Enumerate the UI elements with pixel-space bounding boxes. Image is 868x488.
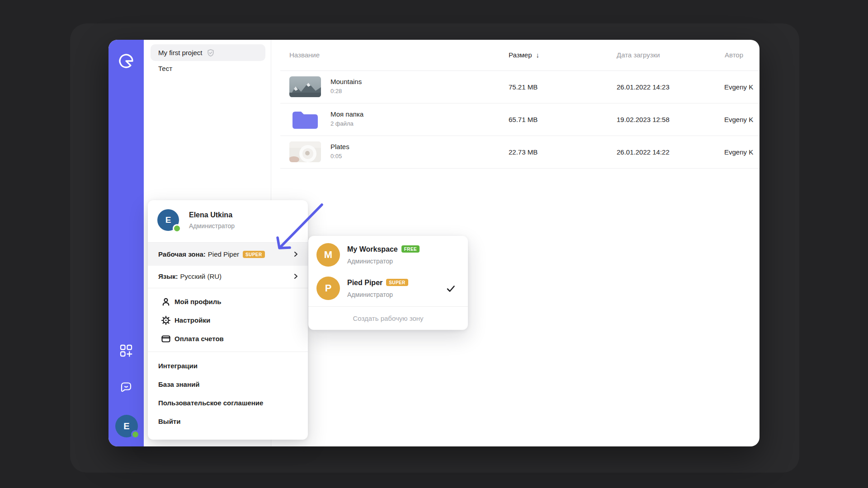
workspace-avatar-initial: P: [325, 282, 332, 294]
free-badge: FREE: [401, 245, 420, 253]
sidebar-item-test-project[interactable]: Тест: [158, 65, 172, 72]
file-duration: 0:05: [330, 153, 349, 160]
workspace-item-my-workspace[interactable]: M My WorkspaceFREE Администратор: [308, 241, 468, 272]
file-name: Mountains: [330, 78, 362, 85]
menu-item-label: Оплата счетов: [175, 335, 224, 343]
menu-item-integrations[interactable]: Интеграции: [158, 362, 198, 370]
file-size: 22.73 MB: [509, 148, 538, 156]
file-size: 65.71 MB: [509, 116, 538, 123]
menu-divider: [148, 288, 308, 288]
file-author: Evgeny K: [724, 148, 753, 156]
menu-item-label: Мой профиль: [175, 298, 222, 305]
menu-item-user-agreement[interactable]: Пользовательское соглашение: [158, 399, 263, 407]
super-badge: SUPER: [243, 251, 264, 258]
upload-date: 26.01.2022 14:22: [617, 148, 670, 156]
workspace-role: Администратор: [347, 291, 393, 298]
user-avatar-initial: E: [123, 421, 129, 432]
column-header-size[interactable]: Размер ↓: [509, 51, 539, 59]
app-screen: E My first project Тест Название Размер …: [0, 0, 868, 488]
video-thumbnail-plates: [289, 141, 321, 162]
column-header-name[interactable]: Название: [289, 51, 320, 59]
nav-rail: E: [108, 40, 144, 446]
upload-date: 19.02.2023 12:58: [617, 116, 670, 123]
menu-item-language[interactable]: Язык: Русский (RU): [148, 266, 308, 286]
create-workspace-button[interactable]: Создать рабочую зону: [308, 307, 468, 330]
workspace-item-pied-piper[interactable]: P Pied PiperSUPER Администратор: [308, 275, 468, 305]
folder-icon: [289, 109, 321, 130]
menu-item-logout[interactable]: Выйти: [158, 418, 180, 425]
sidebar-item-my-first-project[interactable]: My first project: [151, 44, 265, 61]
apps-plus-icon: [120, 344, 132, 357]
table-row-plates[interactable]: Plates 0:05 22.73 MB 26.01.2022 14:22 Ev…: [280, 136, 760, 169]
workspace-name: Pied PiperSUPER: [347, 279, 408, 287]
online-status-dot: [131, 430, 140, 439]
table-row-folder[interactable]: Моя папка 2 файла 65.71 MB 19.02.2023 12…: [280, 103, 760, 136]
workspace-avatar-initial: M: [324, 249, 332, 261]
language-value: Русский (RU): [180, 272, 222, 280]
file-name-cell: Mountains 0:28: [330, 78, 362, 94]
file-name: Plates: [330, 143, 349, 150]
workspace-name: My WorkspaceFREE: [347, 245, 420, 253]
workspace-avatar: M: [316, 243, 340, 267]
super-badge: SUPER: [386, 279, 408, 286]
column-header-date[interactable]: Дата загрузки: [617, 51, 660, 59]
upload-date: 26.01.2022 14:23: [617, 83, 670, 91]
table-row-mountains[interactable]: Mountains 0:28 75.21 MB 26.01.2022 14:23…: [280, 71, 760, 103]
gear-icon: [161, 316, 170, 325]
folder-file-count: 2 файла: [330, 120, 363, 127]
menu-avatar-initial: E: [165, 215, 171, 225]
workspace-value: Pied Piper: [208, 250, 239, 258]
sort-descending-icon: ↓: [536, 51, 540, 59]
workspace-name-label: My Workspace: [347, 245, 398, 253]
language-label: Язык:: [158, 272, 178, 280]
project-label: My first project: [158, 49, 203, 56]
workspace-role: Администратор: [347, 258, 393, 265]
credit-card-icon: [161, 334, 170, 343]
menu-divider: [148, 352, 308, 352]
file-size: 75.21 MB: [509, 83, 538, 91]
column-header-size-label: Размер: [509, 51, 532, 59]
project-label: Тест: [158, 65, 172, 72]
user-icon: [161, 297, 170, 306]
user-menu: E Elena Utkina Администратор Рабочая зон…: [148, 200, 308, 440]
check-icon: [446, 284, 456, 294]
file-author: Evgeny K: [724, 116, 753, 123]
user-name: Elena Utkina: [189, 211, 232, 219]
apps-add-button[interactable]: [120, 344, 132, 357]
workspace-label: Рабочая зона:: [158, 250, 206, 258]
menu-item-label: Настройки: [175, 316, 210, 324]
file-author: Evgeny K: [724, 83, 753, 91]
file-duration: 0:28: [330, 88, 362, 94]
online-status-dot: [173, 224, 181, 233]
workspace-switcher-menu: M My WorkspaceFREE Администратор P Pied …: [308, 236, 468, 330]
menu-item-settings[interactable]: Настройки: [148, 311, 308, 329]
workspace-avatar: P: [316, 277, 340, 300]
file-name-cell: Моя папка 2 файла: [330, 110, 363, 127]
menu-item-my-profile[interactable]: Мой профиль: [148, 292, 308, 311]
file-name-cell: Plates 0:05: [330, 143, 349, 160]
chat-icon: [120, 381, 132, 393]
menu-item-billing[interactable]: Оплата счетов: [148, 329, 308, 348]
user-role: Администратор: [189, 222, 235, 230]
app-logo[interactable]: [117, 52, 135, 70]
workspace-name-label: Pied Piper: [347, 279, 382, 286]
chevron-right-icon: [292, 273, 299, 280]
menu-item-workspace[interactable]: Рабочая зона: Pied Piper SUPER: [148, 243, 308, 266]
folder-name: Моя папка: [330, 110, 363, 118]
kinescope-logo-icon: [117, 52, 135, 70]
chevron-right-icon: [292, 251, 299, 258]
column-header-author[interactable]: Автор: [725, 51, 743, 59]
support-chat-button[interactable]: [120, 381, 132, 393]
shield-check-icon: [207, 49, 215, 57]
menu-item-knowledge-base[interactable]: База знаний: [158, 380, 199, 388]
video-thumbnail-mountains: [289, 76, 321, 97]
